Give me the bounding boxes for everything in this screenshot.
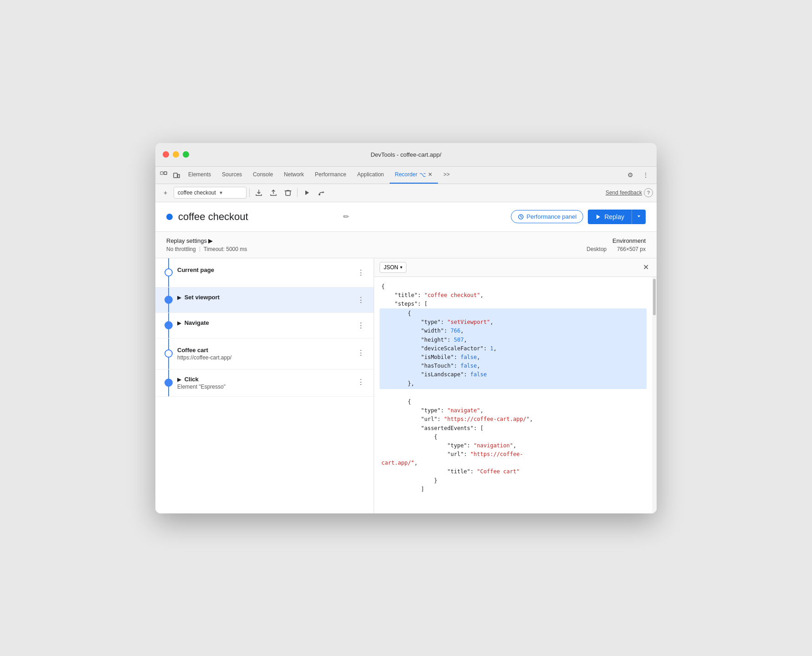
environment-settings: Environment Desktop 766×507 px [586, 237, 646, 252]
step-sublabel: Element "Espresso" [177, 384, 355, 390]
recording-name-label: coffee checkout [178, 190, 216, 196]
step-current-page[interactable]: Current page ⋮ [155, 258, 374, 287]
main-content: Current page ⋮ ▶ Set viewport ⋮ [155, 258, 657, 513]
recorder-close-icon[interactable]: ✕ [428, 171, 432, 178]
chevron-down-icon: ▾ [220, 190, 222, 196]
chevron-down-icon: ▾ [400, 265, 402, 270]
step-over-button[interactable] [315, 186, 328, 199]
device-toggle-icon[interactable] [170, 169, 183, 181]
svg-rect-1 [164, 172, 167, 174]
svg-rect-3 [178, 174, 180, 178]
replay-settings: Replay settings ▶ No throttling Timeout:… [166, 237, 247, 252]
step-dot [164, 379, 173, 387]
step-menu-icon[interactable]: ⋮ [355, 319, 366, 332]
tab-console[interactable]: Console [247, 166, 278, 184]
step-navigate[interactable]: ▶ Navigate ⋮ [155, 313, 374, 338]
edit-title-icon[interactable]: ✏ [343, 212, 349, 221]
inspector-icon[interactable] [157, 169, 170, 181]
replay-dropdown-button[interactable] [632, 210, 646, 224]
traffic-lights [163, 151, 189, 158]
json-close-button[interactable]: ✕ [640, 262, 651, 273]
step-menu-icon[interactable]: ⋮ [355, 347, 366, 359]
step-menu-icon[interactable]: ⋮ [355, 266, 366, 279]
recording-title: coffee checkout [178, 211, 339, 223]
settings-icon[interactable]: ⚙ [624, 169, 637, 181]
svg-marker-6 [323, 191, 324, 193]
window-title: DevTools - coffee-cart.app/ [370, 151, 441, 158]
devtools-tab-bar: Elements Sources Console Network Perform… [155, 167, 657, 184]
step-dot [164, 349, 173, 358]
maximize-button[interactable] [183, 151, 189, 158]
environment-title: Environment [586, 237, 646, 244]
settings-bar: Replay settings ▶ No throttling Timeout:… [155, 232, 657, 258]
play-button[interactable] [300, 186, 313, 199]
step-label: Coffee cart [177, 347, 355, 354]
tab-application[interactable]: Application [352, 166, 390, 184]
tab-sources[interactable]: Sources [216, 166, 247, 184]
step-set-viewport[interactable]: ▶ Set viewport ⋮ [155, 287, 374, 313]
replay-settings-title[interactable]: Replay settings ▶ [166, 237, 247, 244]
tab-more[interactable]: >> [438, 166, 455, 184]
json-body[interactable]: { "title": "coffee checkout", "steps": [… [374, 277, 652, 513]
step-menu-icon[interactable]: ⋮ [355, 294, 366, 306]
new-recording-button[interactable]: + [159, 186, 172, 199]
environment-detail: Desktop 766×507 px [586, 246, 646, 252]
recording-indicator [166, 214, 173, 220]
import-button[interactable] [267, 186, 280, 199]
steps-panel: Current page ⋮ ▶ Set viewport ⋮ [155, 258, 374, 513]
step-content: ▶ Click Element "Espresso" [177, 376, 355, 390]
svg-marker-9 [596, 215, 600, 219]
step-content: ▶ Navigate [177, 319, 355, 326]
step-menu-icon[interactable]: ⋮ [355, 376, 366, 388]
minimize-button[interactable] [173, 151, 179, 158]
step-dot [164, 296, 173, 304]
toolbar-separator-2 [297, 188, 298, 197]
tab-network[interactable]: Network [278, 166, 309, 184]
recorder-toolbar: + coffee checkout ▾ [155, 184, 657, 202]
settings-row: Replay settings ▶ No throttling Timeout:… [166, 237, 646, 252]
step-label: ▶ Set viewport [177, 294, 355, 301]
step-coffee-cart[interactable]: Coffee cart https://coffee-cart.app/ ⋮ [155, 338, 374, 369]
export-button[interactable] [252, 186, 265, 199]
recording-header: coffee checkout ✏ Performance panel Repl… [155, 202, 657, 232]
svg-marker-10 [637, 215, 640, 217]
send-feedback-button[interactable]: Send feedback [606, 190, 642, 196]
close-button[interactable] [163, 151, 169, 158]
svg-rect-4 [286, 191, 290, 195]
step-content: Current page [177, 266, 355, 273]
json-format-selector[interactable]: JSON ▾ [380, 262, 406, 273]
devtools-icons: ⚙ ⋮ [624, 169, 655, 181]
more-options-icon[interactable]: ⋮ [639, 169, 652, 181]
replay-settings-detail: No throttling Timeout: 5000 ms [166, 246, 247, 252]
svg-point-7 [319, 194, 320, 195]
help-button[interactable]: ? [644, 188, 653, 197]
step-label: Current page [177, 266, 355, 273]
title-bar: DevTools - coffee-cart.app/ [155, 143, 657, 167]
replay-group: Replay [588, 210, 646, 224]
replay-button[interactable]: Replay [588, 210, 632, 224]
toolbar-separator-1 [249, 188, 250, 197]
tab-elements[interactable]: Elements [183, 166, 216, 184]
step-dot [164, 268, 173, 277]
tab-recorder[interactable]: Recorder ⌥ ✕ [390, 166, 438, 184]
recording-selector[interactable]: coffee checkout ▾ [174, 187, 247, 199]
json-header: JSON ▾ ✕ [374, 258, 657, 277]
step-label: ▶ Click [177, 376, 355, 383]
step-sublabel: https://coffee-cart.app/ [177, 354, 355, 361]
performance-panel-button[interactable]: Performance panel [511, 210, 584, 223]
step-content: Coffee cart https://coffee-cart.app/ [177, 347, 355, 361]
svg-rect-2 [174, 173, 177, 178]
step-click[interactable]: ▶ Click Element "Espresso" ⋮ [155, 369, 374, 397]
step-content: ▶ Set viewport [177, 294, 355, 301]
step-dot [164, 321, 173, 329]
json-scrollbar-thumb[interactable] [653, 279, 656, 315]
step-label: ▶ Navigate [177, 319, 355, 326]
svg-rect-0 [160, 172, 163, 174]
devtools-window: DevTools - coffee-cart.app/ Elements Sou… [155, 143, 657, 513]
tab-performance[interactable]: Performance [309, 166, 352, 184]
detail-separator [200, 246, 200, 252]
delete-button[interactable] [282, 186, 294, 199]
json-panel: JSON ▾ ✕ { "title": "coffee checkout", "… [374, 258, 657, 513]
svg-marker-5 [305, 190, 309, 195]
json-scrollbar[interactable] [652, 277, 657, 513]
